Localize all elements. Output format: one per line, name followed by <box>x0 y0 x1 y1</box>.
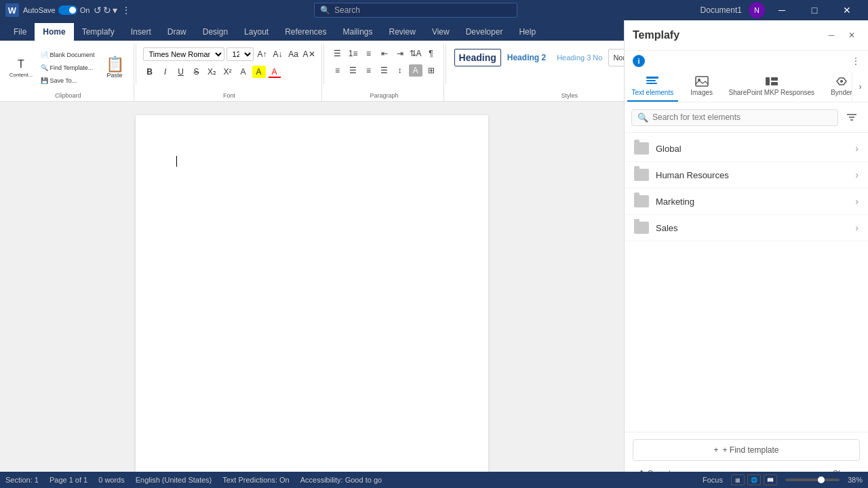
multilevel-btn[interactable]: ≡ <box>362 47 376 60</box>
folder-hr[interactable]: Human Resources › <box>625 162 868 188</box>
subscript-btn[interactable]: X₂ <box>205 66 219 78</box>
web-layout-view-btn[interactable]: 🌐 <box>747 474 761 485</box>
style-heading3[interactable]: Heading 3 No <box>552 49 607 66</box>
text-highlight-btn[interactable]: A <box>252 66 266 78</box>
undo-icon[interactable]: ↺ <box>94 5 102 16</box>
bullets-btn[interactable]: ☰ <box>331 47 344 60</box>
align-right-btn[interactable]: ≡ <box>362 64 376 77</box>
decrease-font-btn[interactable]: A↓ <box>271 48 285 60</box>
svg-rect-3 <box>696 77 708 86</box>
nav-scroll-right[interactable]: › <box>852 71 868 102</box>
font-size-select[interactable]: 12 <box>226 47 254 61</box>
zoom-slider[interactable] <box>785 479 840 481</box>
print-layout-view-btn[interactable]: ▦ <box>731 474 745 485</box>
words-status: 0 words <box>98 476 125 484</box>
text-effects-btn[interactable]: A <box>237 66 250 78</box>
panel-close-button[interactable]: ✕ <box>844 27 860 43</box>
find-template-button[interactable]: 🔍 Find Template... <box>38 62 98 74</box>
nav-sharepoint[interactable]: SharePoint MKP Responses <box>726 71 818 102</box>
tab-review[interactable]: Review <box>381 23 424 41</box>
content-button[interactable]: T Content... <box>8 57 34 79</box>
sep3 <box>446 43 446 84</box>
align-center-btn[interactable]: ☰ <box>347 64 360 77</box>
numbering-btn[interactable]: 1≡ <box>347 47 360 60</box>
zoom-knob[interactable] <box>818 476 825 483</box>
tab-design[interactable]: Design <box>195 23 236 41</box>
tab-draw[interactable]: Draw <box>159 23 195 41</box>
text-predictions-status[interactable]: Text Predictions: On <box>222 476 289 484</box>
tab-insert[interactable]: Insert <box>123 23 159 41</box>
svg-rect-2 <box>646 83 657 84</box>
tab-view[interactable]: View <box>424 23 458 41</box>
paste-button[interactable]: 📋 Paste <box>102 45 128 91</box>
minimize-button[interactable]: ─ <box>766 0 797 20</box>
user-avatar[interactable]: N <box>749 2 765 18</box>
tab-file[interactable]: File <box>5 23 35 41</box>
customize-ribbon-icon[interactable]: ⋮ <box>121 5 131 16</box>
filename-label: Document1 <box>701 5 742 15</box>
tab-references[interactable]: References <box>277 23 334 41</box>
align-left-btn[interactable]: ≡ <box>331 64 344 77</box>
clear-format-btn[interactable]: A✕ <box>302 48 316 60</box>
tab-developer[interactable]: Developer <box>458 23 511 41</box>
increase-font-btn[interactable]: A↑ <box>256 48 269 60</box>
title-bar-left: W AutoSave On ↺ ↻ ▾ ⋮ <box>5 3 131 17</box>
templatey-controls: ─ ✕ <box>823 27 860 43</box>
font-color-btn[interactable]: A <box>268 66 281 78</box>
nav-images[interactable]: Images <box>678 71 726 102</box>
underline-btn[interactable]: U <box>174 66 188 78</box>
folder-global[interactable]: Global › <box>625 136 868 162</box>
maximize-button[interactable]: □ <box>799 0 830 20</box>
style-heading1[interactable]: Heading <box>454 49 501 66</box>
accessibility-status[interactable]: Accessibility: Good to go <box>300 476 382 484</box>
templatey-header: Templafy ─ ✕ <box>625 20 868 51</box>
close-button[interactable]: ✕ <box>831 0 863 20</box>
filter-button[interactable] <box>842 108 861 127</box>
tab-layout[interactable]: Layout <box>236 23 277 41</box>
font-name-select[interactable]: Times New Roman <box>143 47 224 61</box>
style-heading2[interactable]: Heading 2 <box>502 49 551 66</box>
justify-btn[interactable]: ☰ <box>378 64 391 77</box>
nav-text-elements[interactable]: Text elements <box>627 71 678 102</box>
tab-home[interactable]: Home <box>35 23 73 41</box>
line-spacing-btn[interactable]: ↕ <box>393 64 407 77</box>
tab-mailings[interactable]: Mailings <box>335 23 381 41</box>
search-box[interactable]: 🔍 Search <box>314 3 517 18</box>
decrease-indent-btn[interactable]: ⇤ <box>378 47 391 60</box>
increase-indent-btn[interactable]: ⇥ <box>393 47 407 60</box>
strikethrough-btn[interactable]: S <box>190 66 203 78</box>
borders-btn[interactable]: ⊞ <box>425 64 438 77</box>
redo-icon[interactable]: ↻ <box>103 5 111 16</box>
language-status[interactable]: English (United States) <box>136 476 212 484</box>
find-template-label: + Find template <box>722 445 778 455</box>
tab-templafy[interactable]: Templafy <box>74 23 123 41</box>
tab-help[interactable]: Help <box>511 23 544 41</box>
bold-btn[interactable]: B <box>143 66 157 78</box>
document-page[interactable] <box>136 115 488 472</box>
change-case-btn[interactable]: Aa <box>287 48 300 60</box>
title-bar: W AutoSave On ↺ ↻ ▾ ⋮ 🔍 Search Document1… <box>0 0 868 20</box>
save-template-button[interactable]: 💾 Save To... <box>38 75 98 87</box>
blank-document-button[interactable]: 📄 Blank Document <box>38 49 98 61</box>
sort-btn[interactable]: ⇅A <box>409 47 422 60</box>
sep2 <box>323 43 324 84</box>
superscript-btn[interactable]: X² <box>221 66 235 78</box>
folder-marketing[interactable]: Marketing › <box>625 188 868 215</box>
show-marks-btn[interactable]: ¶ <box>425 47 438 60</box>
autosave-state: On <box>80 6 90 14</box>
autosave-toggle[interactable] <box>58 5 77 15</box>
italic-btn[interactable]: I <box>159 66 172 78</box>
focus-label[interactable]: Focus <box>703 476 723 484</box>
folder-marketing-icon <box>634 195 649 207</box>
more-commands-icon[interactable]: ▾ <box>113 5 117 16</box>
read-view-btn[interactable]: 📖 <box>764 474 777 485</box>
search-input[interactable] <box>652 113 832 122</box>
title-bar-center: 🔍 Search <box>314 3 517 18</box>
panel-minimize-button[interactable]: ─ <box>823 27 840 43</box>
panel-more-options[interactable]: ⋮ <box>852 56 860 66</box>
templatey-info-bar: i ⋮ <box>625 51 868 71</box>
svg-point-8 <box>840 80 843 83</box>
find-template-btn[interactable]: + + Find template <box>633 439 860 461</box>
folder-sales[interactable]: Sales › <box>625 215 868 241</box>
shading-btn[interactable]: A <box>409 64 422 77</box>
